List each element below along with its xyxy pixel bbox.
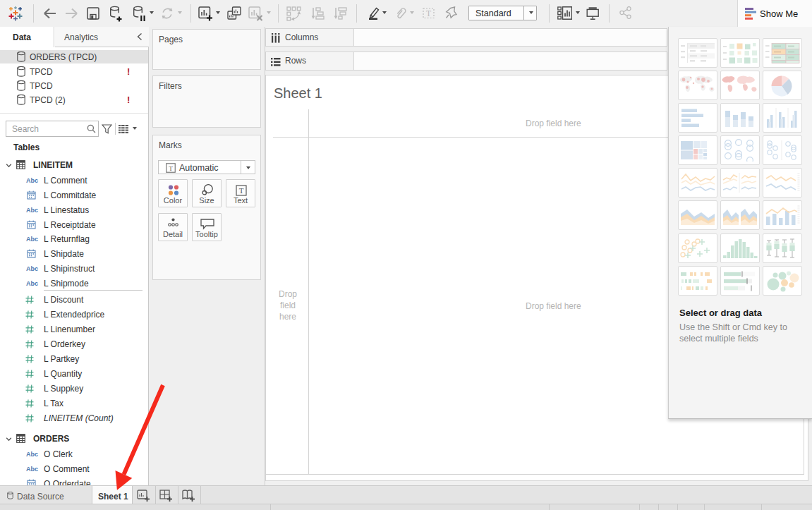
svg-text:T: T [426, 9, 431, 18]
svg-text:T: T [239, 186, 244, 195]
svg-text:T: T [169, 165, 173, 172]
